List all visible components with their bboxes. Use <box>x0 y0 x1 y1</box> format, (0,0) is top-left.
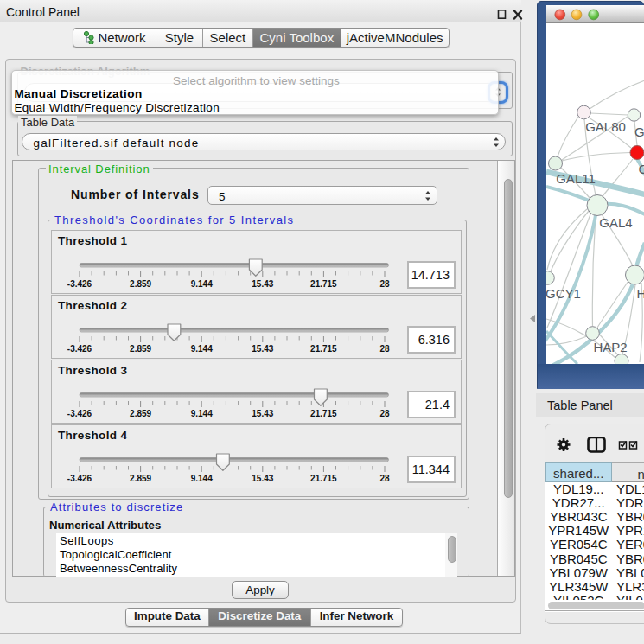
svg-text:21.715: 21.715 <box>310 344 337 354</box>
svg-text:2.859: 2.859 <box>130 344 151 354</box>
svg-text:-3.426: -3.426 <box>67 409 92 418</box>
svg-text:2.859: 2.859 <box>130 279 151 289</box>
svg-text:9.144: 9.144 <box>191 409 213 418</box>
svg-text:H: H <box>636 286 644 301</box>
svg-text:-3.426: -3.426 <box>67 279 92 289</box>
svg-text:GAL80: GAL80 <box>585 119 626 134</box>
svg-text:C: C <box>638 162 644 176</box>
svg-text:HAP2: HAP2 <box>593 340 627 354</box>
svg-text:GCY1: GCY1 <box>546 286 581 301</box>
svg-text:15.43: 15.43 <box>252 409 273 418</box>
svg-text:28: 28 <box>379 474 390 483</box>
svg-text:28: 28 <box>379 279 390 289</box>
svg-text:9.144: 9.144 <box>191 344 213 354</box>
svg-text:28: 28 <box>379 409 390 418</box>
svg-text:15.43: 15.43 <box>252 344 273 354</box>
svg-text:28: 28 <box>379 344 390 354</box>
svg-text:2.859: 2.859 <box>130 409 151 418</box>
svg-text:9.144: 9.144 <box>191 279 213 289</box>
svg-text:15.43: 15.43 <box>252 474 273 483</box>
svg-text:-3.426: -3.426 <box>67 344 92 354</box>
svg-text:9.144: 9.144 <box>191 474 213 483</box>
svg-text:21.715: 21.715 <box>310 474 337 483</box>
svg-text:GA: GA <box>634 124 644 139</box>
svg-text:2.859: 2.859 <box>130 474 151 483</box>
svg-text:21.715: 21.715 <box>310 409 337 418</box>
svg-text:GAL11: GAL11 <box>556 171 596 186</box>
svg-text:21.715: 21.715 <box>310 279 337 289</box>
svg-text:15.43: 15.43 <box>252 279 273 289</box>
svg-text:GAL4: GAL4 <box>599 215 632 230</box>
svg-text:-3.426: -3.426 <box>67 474 92 483</box>
